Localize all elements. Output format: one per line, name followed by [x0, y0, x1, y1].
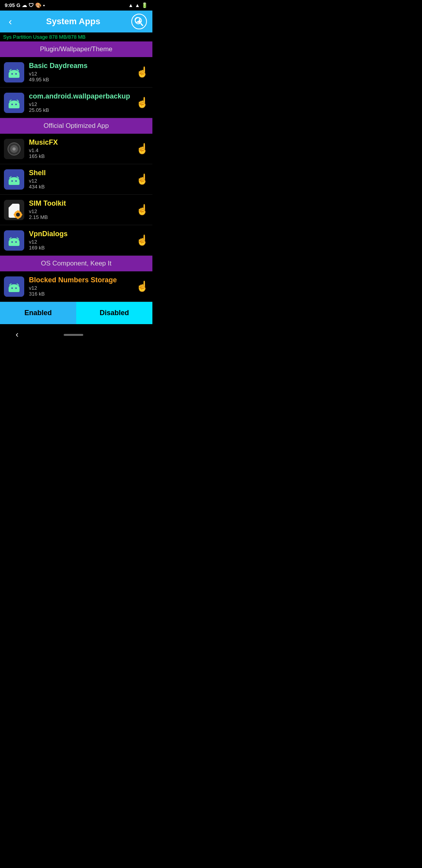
- svg-point-32: [9, 177, 11, 178]
- app-name-simtoolkit: SIM Toolkit: [29, 199, 134, 208]
- touch-icon-blocked-numbers: ☝: [136, 280, 148, 292]
- time-label: 9:05: [5, 2, 15, 8]
- app-name-basic-daydreams: Basic Daydreams: [29, 62, 134, 70]
- svg-point-14: [11, 104, 13, 105]
- app-icon-simtoolkit: [4, 200, 24, 220]
- svg-point-59: [9, 284, 11, 285]
- app-item-basic-daydreams[interactable]: Basic Daydreams v12 49.95 kB ☝: [0, 57, 152, 88]
- app-item-wallpaperbackup[interactable]: com.android.wallpaperbackup v12 25.05 kB…: [0, 88, 152, 118]
- svg-rect-40: [17, 217, 19, 219]
- svg-rect-45: [9, 241, 20, 246]
- touch-icon-basic-daydreams: ☝: [136, 66, 148, 78]
- wifi-icon: ▲: [128, 2, 133, 8]
- section-header-official: Official Optimized App: [0, 118, 152, 134]
- app-size-basic-daydreams: 49.95 kB: [29, 77, 134, 82]
- app-item-simtoolkit[interactable]: SIM Toolkit v12 2.15 MB ☝: [0, 195, 152, 225]
- nav-home-indicator[interactable]: [64, 334, 83, 336]
- app-info-wallpaperbackup: com.android.wallpaperbackup v12 25.05 kB: [29, 92, 134, 113]
- app-info-simtoolkit: SIM Toolkit v12 2.15 MB: [29, 199, 134, 220]
- app-info-vpndialogs: VpnDialogs v12 169 kB: [29, 230, 134, 251]
- app-version-blocked-numbers: v12: [29, 285, 134, 291]
- app-name-wallpaperbackup: com.android.wallpaperbackup: [29, 92, 134, 100]
- status-bar: 9:05 G ☁ 🛡 🎨 • ▲ ▲ 🔋: [0, 0, 152, 11]
- android-icon-vpn: [4, 230, 24, 251]
- app-name-musicfx: MusicFX: [29, 138, 134, 147]
- battery-icon: 🔋: [141, 2, 148, 8]
- svg-point-18: [9, 100, 11, 102]
- section-header-os-component: OS Component, Keep It: [0, 256, 152, 271]
- app-size-wallpaperbackup: 25.05 kB: [29, 107, 134, 113]
- app-item-musicfx[interactable]: MusicFX v1.4 165 kB ☝: [0, 134, 152, 164]
- svg-point-55: [11, 287, 13, 289]
- svg-point-38: [16, 213, 20, 217]
- svg-point-50: [9, 238, 11, 239]
- app-icon-basic-daydreams: [4, 62, 24, 82]
- svg-point-9: [9, 70, 11, 71]
- app-size-shell: 434 kB: [29, 184, 134, 190]
- app-size-musicfx: 165 kB: [29, 153, 134, 159]
- svg-point-51: [18, 238, 19, 239]
- partition-info: Sys Partition Usage 878 MB/878 MB: [0, 32, 152, 41]
- android-icon: [4, 62, 24, 82]
- android-icon-2: [4, 93, 24, 113]
- svg-point-28: [11, 180, 13, 182]
- shield-icon: 🛡: [29, 2, 34, 8]
- app-size-blocked-numbers: 316 kB: [29, 291, 134, 297]
- simtoolkit-svg-icon: [4, 200, 24, 220]
- svg-rect-39: [17, 210, 19, 212]
- app-version-vpndialogs: v12: [29, 239, 134, 245]
- svg-rect-41: [14, 214, 15, 215]
- status-left: 9:05 G ☁ 🛡 🎨 •: [5, 2, 45, 8]
- svg-point-6: [15, 73, 17, 75]
- touch-icon-musicfx: ☝: [136, 143, 148, 155]
- app-icon-vpndialogs: [4, 230, 24, 251]
- svg-point-33: [18, 177, 19, 178]
- app-bar: ‹ System Apps +: [0, 11, 152, 32]
- svg-rect-4: [9, 73, 20, 78]
- app-icon-wallpaperbackup: [4, 93, 24, 113]
- app-icon-shell: [4, 169, 24, 190]
- app-item-vpndialogs[interactable]: VpnDialogs v12 169 kB ☝: [0, 225, 152, 256]
- app-bar-title: System Apps: [15, 16, 131, 27]
- svg-point-60: [18, 284, 19, 285]
- svg-point-46: [11, 241, 13, 243]
- signal-icon: ▲: [135, 2, 140, 8]
- colorful-icon: 🎨: [35, 2, 41, 8]
- app-version-basic-daydreams: v12: [29, 71, 134, 77]
- android-icon-blocked: [4, 276, 24, 297]
- enabled-button[interactable]: Enabled: [0, 302, 76, 324]
- search-add-button[interactable]: +: [131, 14, 147, 29]
- app-info-basic-daydreams: Basic Daydreams v12 49.95 kB: [29, 62, 134, 82]
- app-name-shell: Shell: [29, 169, 134, 177]
- dot-icon: •: [43, 2, 45, 8]
- app-info-blocked-numbers: Blocked Numbers Storage v12 316 kB: [29, 276, 134, 297]
- status-right: ▲ ▲ 🔋: [128, 2, 148, 8]
- app-icon-blocked-numbers: [4, 276, 24, 297]
- svg-point-5: [11, 73, 13, 75]
- app-item-blocked-numbers[interactable]: Blocked Numbers Storage v12 316 kB ☝: [0, 271, 152, 302]
- g-icon: G: [16, 2, 20, 8]
- touch-icon-simtoolkit: ☝: [136, 204, 148, 216]
- svg-rect-27: [9, 180, 20, 185]
- cloud-icon: ☁: [22, 2, 27, 8]
- app-info-shell: Shell v12 434 kB: [29, 169, 134, 190]
- app-info-musicfx: MusicFX v1.4 165 kB: [29, 138, 134, 159]
- app-version-wallpaperbackup: v12: [29, 101, 134, 107]
- android-icon-shell: [4, 169, 24, 190]
- touch-icon-shell: ☝: [136, 173, 148, 185]
- app-item-shell[interactable]: Shell v12 434 kB ☝: [0, 164, 152, 195]
- touch-icon-vpndialogs: ☝: [136, 234, 148, 246]
- svg-rect-13: [9, 104, 20, 108]
- disabled-button[interactable]: Disabled: [76, 302, 152, 324]
- svg-point-19: [18, 100, 19, 102]
- section-header-plugin: Plugin/Wallpaper/Theme: [0, 41, 152, 57]
- app-version-simtoolkit: v12: [29, 208, 134, 214]
- app-name-vpndialogs: VpnDialogs: [29, 230, 134, 238]
- app-version-shell: v12: [29, 178, 134, 184]
- nav-back-button[interactable]: ‹: [16, 330, 18, 340]
- back-button[interactable]: ‹: [5, 14, 15, 29]
- app-name-blocked-numbers: Blocked Numbers Storage: [29, 276, 134, 284]
- touch-icon-wallpaperbackup: ☝: [136, 97, 148, 109]
- svg-point-47: [15, 241, 17, 243]
- svg-point-15: [15, 104, 17, 105]
